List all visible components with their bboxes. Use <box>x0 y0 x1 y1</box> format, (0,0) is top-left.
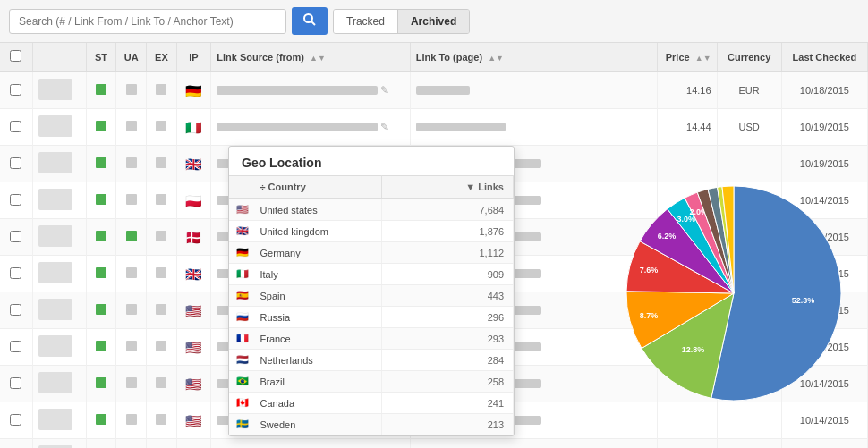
search-input[interactable] <box>9 9 286 34</box>
row-currency: USD <box>717 109 781 146</box>
row-ua <box>116 292 147 329</box>
row-ex <box>147 146 177 182</box>
edit-icon[interactable]: ✎ <box>380 84 389 97</box>
row-ua <box>116 146 147 182</box>
geo-row: 🇺🇸 United states 7,684 <box>229 199 514 221</box>
sort-arrows-from: ▲▼ <box>310 54 326 63</box>
geo-row: 🇸🇪 Sweden 213 <box>229 414 514 435</box>
col-header-st: ST <box>86 43 116 72</box>
row-checkbox[interactable] <box>10 341 21 352</box>
search-button[interactable] <box>292 7 328 35</box>
col-header-price[interactable]: Price ▲▼ <box>658 43 717 72</box>
row-ex <box>147 219 177 256</box>
row-checkbox[interactable] <box>10 267 21 279</box>
row-ua <box>116 72 147 109</box>
row-checkbox[interactable] <box>10 377 21 389</box>
ua-indicator <box>126 377 137 388</box>
row-st <box>86 219 116 256</box>
geo-country-name: Netherlands <box>251 350 382 371</box>
row-checkbox[interactable] <box>10 121 21 132</box>
geo-flag: 🇨🇦 <box>229 393 251 414</box>
col-header-currency: Currency <box>717 43 781 72</box>
table-container: ST UA EX IP Link Source (from) ▲▼ Link T… <box>0 43 868 448</box>
select-all-checkbox[interactable] <box>10 50 21 62</box>
geo-row: 🇬🇧 United kingdom 1,876 <box>229 221 514 242</box>
geo-link-count: 284 <box>382 350 514 371</box>
row-checkbox[interactable] <box>10 84 21 96</box>
link-to-text <box>416 86 470 95</box>
row-checkbox[interactable] <box>10 231 21 242</box>
geo-link-count: 443 <box>382 285 514 307</box>
geo-col-links: ▼ Links <box>382 176 514 199</box>
row-checkbox[interactable] <box>10 194 21 206</box>
row-flag: 🇮🇹 <box>176 109 210 146</box>
tab-archived[interactable]: Archived <box>398 10 469 33</box>
st-indicator <box>96 121 106 131</box>
geo-country-name: Sweden <box>251 414 382 435</box>
st-indicator <box>96 231 106 241</box>
table-row: 🇩🇪 10/14/2015 <box>0 439 868 449</box>
ua-indicator <box>126 231 137 241</box>
geo-link-count: 296 <box>382 307 514 328</box>
pie-chart-container: 52.3%12.8%8.7%7.6%6.2%3.0%2.0% <box>608 168 859 418</box>
geo-popup: Geo Location ÷ Country ▼ Links 🇺🇸 United… <box>228 146 515 436</box>
country-flag: 🇬🇧 <box>185 267 201 278</box>
row-ex <box>147 256 177 292</box>
col-header-checked: Last Checked <box>781 43 867 72</box>
tab-tracked[interactable]: Tracked <box>334 10 398 33</box>
edit-icon[interactable]: ✎ <box>380 121 389 133</box>
ua-indicator <box>126 157 137 168</box>
country-flag: 🇺🇸 <box>185 341 201 351</box>
row-flag: 🇺🇸 <box>176 329 210 366</box>
geo-flag: 🇫🇷 <box>229 328 251 350</box>
table-row: 🇩🇪 ✎ 14.16 EUR 10/18/2015 <box>0 72 868 109</box>
ex-indicator <box>156 304 166 315</box>
row-checkbox[interactable] <box>10 414 21 426</box>
country-flag: 🇵🇱 <box>185 194 201 205</box>
geo-row: 🇩🇪 Germany 1,112 <box>229 242 514 264</box>
row-last-checked: 10/14/2015 <box>781 439 867 449</box>
pie-label: 52.3% <box>792 296 815 305</box>
ua-indicator <box>126 414 137 425</box>
country-flag: 🇺🇸 <box>185 414 201 425</box>
st-indicator <box>96 377 106 388</box>
col-header-ip: IP <box>176 43 210 72</box>
row-st <box>86 146 116 182</box>
table-row: 🇮🇹 ✎ 14.44 USD 10/19/2015 <box>0 109 868 146</box>
row-st <box>86 439 116 449</box>
row-checkbox[interactable] <box>10 304 21 316</box>
country-flag: 🇬🇧 <box>185 157 201 168</box>
row-link-from: ✎ <box>211 72 411 109</box>
row-price: 14.16 <box>658 72 717 109</box>
col-header-ex: EX <box>147 43 177 72</box>
link-from-text <box>217 86 378 95</box>
geo-link-count: 7,684 <box>382 199 514 221</box>
row-link-from <box>211 439 411 449</box>
row-ex <box>147 329 177 366</box>
pie-label: 12.8% <box>682 345 705 354</box>
row-currency <box>717 439 781 449</box>
geo-link-count: 258 <box>382 371 514 393</box>
st-indicator <box>96 157 106 168</box>
country-flag: 🇮🇹 <box>185 121 201 131</box>
row-flag: 🇺🇸 <box>176 292 210 329</box>
geo-row: 🇨🇦 Canada 241 <box>229 393 514 414</box>
row-checkbox[interactable] <box>10 157 21 169</box>
row-last-checked: 10/18/2015 <box>781 72 867 109</box>
col-header-ua: UA <box>116 43 147 72</box>
row-link-to <box>410 109 658 146</box>
col-header-to[interactable]: Link To (page) ▲▼ <box>410 43 658 72</box>
geo-flag: 🇺🇸 <box>229 199 251 221</box>
col-header-from[interactable]: Link Source (from) ▲▼ <box>211 43 411 72</box>
geo-country-name: Italy <box>251 264 382 285</box>
ex-indicator <box>156 231 166 241</box>
geo-row: 🇳🇱 Netherlands 284 <box>229 350 514 371</box>
geo-row: 🇪🇸 Spain 443 <box>229 285 514 307</box>
row-ex <box>147 366 177 402</box>
ua-indicator <box>126 341 137 351</box>
geo-link-count: 241 <box>382 393 514 414</box>
geo-popup-title: Geo Location <box>229 147 514 175</box>
geo-col-flag <box>229 176 251 199</box>
row-ua <box>116 182 147 219</box>
ua-indicator <box>126 267 137 278</box>
